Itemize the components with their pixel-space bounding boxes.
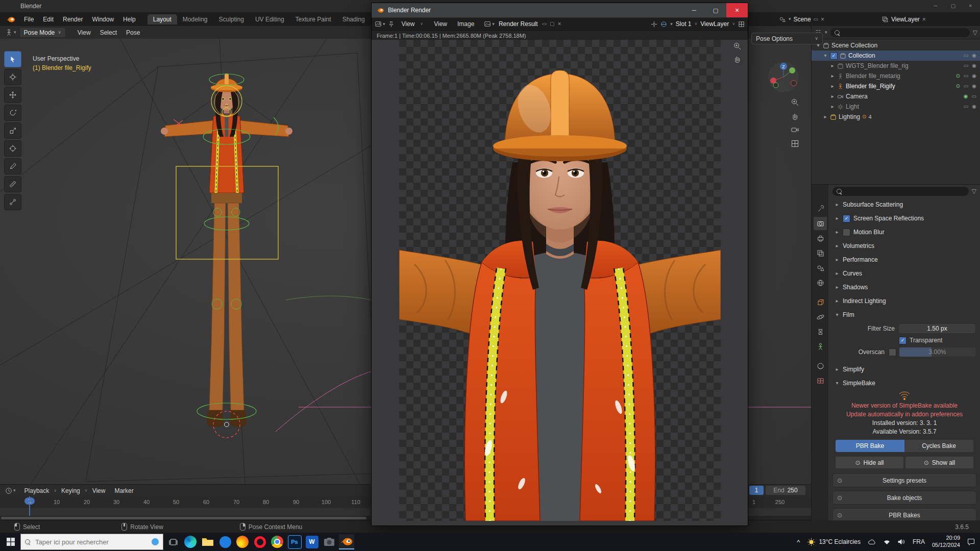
- copy-icon[interactable]: ▢: [550, 21, 554, 27]
- tab-viewlayer-properties[interactable]: [814, 246, 827, 260]
- timeline-editor-icon[interactable]: [5, 487, 12, 494]
- filter-icon[interactable]: ▽: [973, 30, 977, 36]
- outliner-row-wgts-rig[interactable]: ▸ WGTS_Blender file_rig ▭◉: [812, 61, 980, 71]
- image-menu-view-1[interactable]: View: [397, 20, 420, 28]
- mode-icon[interactable]: [5, 29, 13, 36]
- screen-toggle-icon[interactable]: ▭: [964, 104, 968, 109]
- screen-toggle-icon[interactable]: ▭: [964, 63, 968, 68]
- outliner-row-collection[interactable]: ▾ ✓ Collection ▭◉: [812, 51, 980, 61]
- workspace-tab-shading[interactable]: Shading: [337, 14, 371, 24]
- taskbar-weather[interactable]: 13°C Eclaircies: [807, 538, 861, 546]
- menu-help[interactable]: Help: [118, 16, 140, 23]
- section-motion-blur[interactable]: ▸Motion Blur: [828, 226, 980, 239]
- bone-tool-button[interactable]: [4, 194, 21, 210]
- image-editor-type-icon[interactable]: [375, 20, 382, 28]
- timeline-menu-marker[interactable]: Marker: [110, 487, 138, 494]
- render-result-datablock[interactable]: Render Result: [499, 20, 538, 28]
- start-button[interactable]: [3, 534, 18, 549]
- close-icon[interactable]: ×: [969, 4, 972, 9]
- render-toggle-icon[interactable]: ◉: [972, 84, 976, 89]
- outliner-row-lighting[interactable]: ▸ Lighting ⊙ 4: [812, 112, 980, 122]
- scene-new-icon[interactable]: ▭: [814, 17, 818, 22]
- measure-tool-button[interactable]: [4, 176, 21, 192]
- active-camera-icon[interactable]: ◉: [964, 94, 968, 99]
- subsection-pbr-bakes[interactable]: ⊙ PBR Bakes: [832, 508, 976, 520]
- disclosure-icon[interactable]: ▸: [830, 104, 835, 109]
- caret-icon[interactable]: ▾: [670, 22, 673, 27]
- section-performance[interactable]: ▸Performance: [828, 253, 980, 266]
- render-toggle-icon[interactable]: ◉: [972, 73, 976, 79]
- subsection-settings-presets[interactable]: ⊙ Settings presets: [832, 473, 976, 487]
- pin-icon[interactable]: [388, 21, 394, 28]
- outliner-row-light[interactable]: ▸ Light ▭◉: [812, 102, 980, 112]
- render-pass-icon[interactable]: [738, 21, 745, 28]
- timeline-menu-view[interactable]: View: [88, 487, 110, 494]
- render-window-titlebar[interactable]: Blender Render ─ ▢ ×: [372, 3, 748, 18]
- disclosure-icon[interactable]: ▾: [823, 53, 828, 58]
- zoom-icon[interactable]: [791, 98, 799, 107]
- taskbar-app-blender[interactable]: [339, 534, 354, 549]
- mode-caret-icon[interactable]: ▾: [14, 30, 16, 35]
- move-tool-button[interactable]: [4, 87, 21, 103]
- end-frame-field[interactable]: End 250: [766, 486, 805, 495]
- language-indicator[interactable]: FRA: [913, 538, 925, 545]
- viewlayer-icon[interactable]: [881, 16, 889, 23]
- render-toggle-icon[interactable]: ◉: [972, 104, 976, 109]
- taskbar-app-blue[interactable]: [217, 534, 233, 549]
- ssr-checkbox[interactable]: ✓: [843, 215, 850, 222]
- navigation-gizmo[interactable]: Z: [767, 61, 800, 93]
- scene-unlink-icon[interactable]: ×: [821, 16, 824, 22]
- outliner-editor-caret-icon[interactable]: ▾: [825, 30, 827, 35]
- task-view-button[interactable]: [165, 534, 181, 549]
- taskbar-app-photoshop[interactable]: Ps: [287, 534, 302, 549]
- current-frame-field[interactable]: 1: [749, 486, 764, 495]
- screen-toggle-icon[interactable]: ▭: [964, 84, 968, 89]
- hide-all-button[interactable]: ⊙ Hide all: [836, 457, 903, 468]
- tab-armature-data-properties[interactable]: [814, 340, 827, 353]
- transform-tool-button[interactable]: [4, 140, 21, 157]
- tab-object-properties[interactable]: [814, 295, 827, 309]
- taskbar-app-explorer[interactable]: [200, 534, 215, 549]
- pbr-bake-button[interactable]: PBR Bake: [836, 440, 904, 452]
- disclosure-icon[interactable]: ▸: [830, 63, 835, 68]
- screen-toggle-icon[interactable]: ▭: [972, 94, 976, 99]
- workspace-tab-layout[interactable]: Layout: [148, 14, 177, 24]
- menu-render[interactable]: Render: [58, 16, 87, 23]
- section-film[interactable]: ▾Film: [828, 308, 980, 321]
- disclosure-icon[interactable]: ▸: [830, 84, 835, 89]
- tab-material-properties[interactable]: [814, 359, 827, 372]
- section-simplify[interactable]: ▸Simplify: [828, 363, 980, 376]
- maximize-icon[interactable]: ▢: [951, 4, 955, 9]
- grid-ortho-icon[interactable]: [791, 139, 799, 148]
- minimize-icon[interactable]: ─: [934, 4, 938, 9]
- screen-toggle-icon[interactable]: ▭: [964, 73, 968, 79]
- scene-browse-caret-icon[interactable]: ▾: [789, 17, 791, 21]
- viewlayer-unlink-icon[interactable]: ×: [922, 16, 926, 22]
- blender-logo-icon[interactable]: [6, 16, 15, 23]
- outliner-search-input[interactable]: [830, 28, 970, 37]
- unlink-icon[interactable]: ×: [558, 21, 561, 27]
- rotate-tool-button[interactable]: [4, 105, 21, 121]
- menu-edit[interactable]: Edit: [38, 16, 58, 23]
- menu-window[interactable]: Window: [87, 16, 118, 23]
- section-curves[interactable]: ▸Curves: [828, 267, 980, 280]
- gizmos-icon[interactable]: [651, 21, 657, 28]
- outliner-row-camera[interactable]: ▸ Camera ◉▭: [812, 91, 980, 102]
- timeline-editor-caret-icon[interactable]: ▾: [13, 488, 16, 493]
- slot-dropdown[interactable]: Slot 1: [676, 20, 692, 28]
- taskbar-app-opera[interactable]: [252, 534, 267, 549]
- simplebake-notice-2[interactable]: Update automatically in addon preference…: [828, 411, 980, 418]
- taskbar-app-firefox[interactable]: [235, 534, 250, 549]
- overlays-toggle-icon[interactable]: [660, 21, 667, 28]
- workspace-tab-sculpting[interactable]: Sculpting: [213, 14, 250, 24]
- section-shadows[interactable]: ▸Shadows: [828, 281, 980, 294]
- menu-file[interactable]: File: [19, 16, 38, 23]
- playhead[interactable]: [29, 496, 30, 516]
- viewport-menu-select[interactable]: Select: [95, 29, 121, 36]
- workspace-tab-uv-editing[interactable]: UV Editing: [250, 14, 290, 24]
- section-subsurface-scattering[interactable]: ▸Subsurface Scattering: [828, 198, 980, 211]
- image-browse-icon[interactable]: [484, 20, 491, 28]
- section-screen-space-reflections[interactable]: ▸✓Screen Space Reflections: [828, 212, 980, 225]
- fake-user-icon[interactable]: ▭: [542, 21, 547, 27]
- zoom-icon[interactable]: [733, 42, 742, 51]
